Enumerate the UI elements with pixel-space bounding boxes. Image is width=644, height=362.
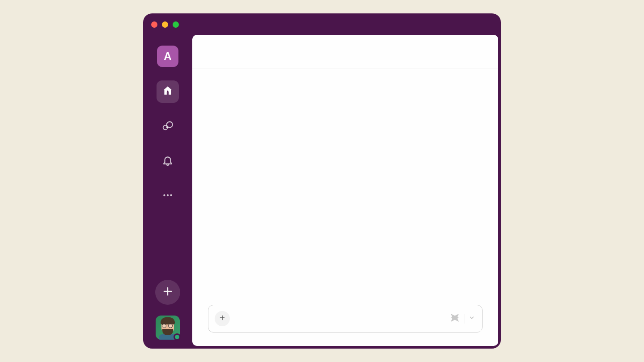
status-indicator (174, 333, 181, 341)
user-menu[interactable] (156, 316, 180, 340)
send-icon (449, 312, 460, 325)
maximize-button[interactable] (173, 21, 179, 28)
divider (465, 314, 465, 324)
workspace-switcher[interactable]: A (157, 46, 178, 67)
workspace-letter: A (164, 50, 171, 63)
attach-button[interactable] (215, 311, 230, 326)
svg-point-2 (163, 194, 165, 196)
composer-actions (448, 311, 476, 327)
minimize-button[interactable] (162, 21, 168, 28)
compose-button[interactable] (155, 280, 180, 305)
send-options-button[interactable] (468, 314, 476, 324)
plus-icon (218, 314, 226, 324)
channel-header (192, 35, 498, 68)
bell-icon (162, 155, 174, 168)
svg-point-3 (167, 194, 169, 196)
message-list (192, 68, 498, 305)
main-panel (192, 35, 498, 346)
message-composer[interactable] (208, 305, 483, 333)
sidebar: A (143, 35, 192, 340)
chevron-down-icon (469, 315, 475, 323)
plus-icon (161, 285, 174, 299)
nav-more[interactable] (157, 185, 179, 207)
home-icon (162, 85, 174, 98)
app-window: A (143, 13, 501, 349)
close-button[interactable] (151, 21, 157, 28)
more-icon (162, 189, 174, 203)
nav-home[interactable] (157, 80, 179, 103)
svg-point-4 (170, 194, 172, 196)
sidebar-bottom (155, 280, 180, 340)
svg-point-0 (167, 90, 168, 92)
composer-area (192, 305, 498, 346)
window-controls (151, 21, 179, 28)
chat-icon (162, 120, 174, 133)
nav-activity[interactable] (157, 150, 179, 173)
nav-dms[interactable] (157, 115, 179, 138)
send-button[interactable] (448, 311, 462, 327)
